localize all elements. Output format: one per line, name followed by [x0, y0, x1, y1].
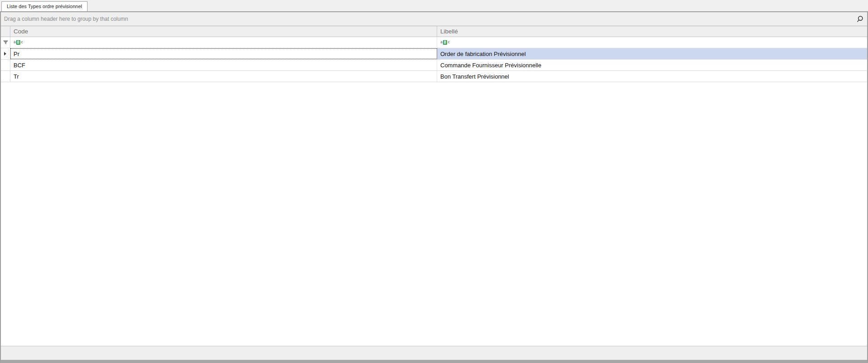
cell-code[interactable]: Pr: [10, 48, 437, 59]
group-panel-hint: Drag a column header here to group by th…: [1, 16, 128, 22]
cell-code[interactable]: Tr: [10, 71, 437, 82]
row-indicator-cell[interactable]: [1, 60, 10, 70]
row-indicator-cell[interactable]: [1, 71, 10, 82]
focused-row-arrow-icon: [4, 52, 6, 56]
filter-cell-code[interactable]: a B c: [10, 37, 437, 48]
column-header-code[interactable]: Code: [10, 26, 437, 37]
status-bar: [1, 346, 867, 360]
column-header-row: Code Libellé: [1, 26, 867, 37]
row-indicator-cell[interactable]: [1, 48, 10, 59]
cell-libelle[interactable]: Order de fabrication Prévisionnel: [437, 48, 867, 59]
grid-empty-area: [1, 82, 867, 346]
filter-funnel-icon: [3, 40, 8, 45]
magnifier-icon: [856, 15, 863, 23]
filter-cell-libelle[interactable]: a B c: [437, 37, 867, 48]
cell-code[interactable]: BCF: [10, 60, 437, 70]
cell-libelle[interactable]: Commande Fournisseur Prévisionnelle: [437, 60, 867, 70]
tab-liste-des-types[interactable]: Liste des Types ordre prévisionnel: [1, 1, 88, 11]
grid-window: Drag a column header here to group by th…: [0, 11, 868, 363]
group-by-panel[interactable]: Drag a column header here to group by th…: [1, 12, 867, 26]
text-filter-abc-icon: a B c: [440, 40, 450, 45]
text-filter-abc-icon: a B c: [14, 40, 23, 45]
search-button[interactable]: [855, 14, 864, 23]
tab-strip: Liste des Types ordre prévisionnel: [0, 0, 868, 11]
cell-libelle[interactable]: Bon Transfert Prévisionnel: [437, 71, 867, 82]
auto-filter-row: a B c a B c: [1, 37, 867, 48]
table-row[interactable]: Pr Order de fabrication Prévisionnel: [1, 48, 867, 60]
table-row[interactable]: BCF Commande Fournisseur Prévisionnelle: [1, 60, 867, 71]
table-row[interactable]: Tr Bon Transfert Prévisionnel: [1, 71, 867, 82]
header-indicator-cell: [1, 26, 10, 37]
filter-row-indicator-cell: [1, 37, 10, 48]
column-header-libelle[interactable]: Libellé: [437, 26, 867, 37]
